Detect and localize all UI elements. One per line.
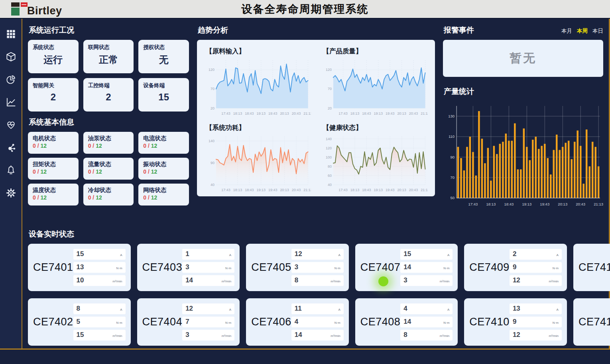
status-card-label: 系统状态 <box>33 44 74 51</box>
status-card[interactable]: 联网状态正常 <box>83 40 134 73</box>
info-card[interactable]: 电流状态0 / 12 <box>138 132 189 154</box>
status-card[interactable]: 系统状态运行 <box>28 40 79 73</box>
metric-row: 8A <box>73 303 126 314</box>
metric-row: 8m³/min <box>291 275 344 286</box>
info-card[interactable]: 流量状态0 / 12 <box>83 158 134 180</box>
alarm-tab-本月[interactable]: 本月 <box>561 27 572 35</box>
status-card-label: 设备终端 <box>143 82 184 89</box>
metric-row: 15A <box>400 249 453 260</box>
svg-text:20:13: 20:13 <box>558 202 567 206</box>
content-area: 系统运行工况 系统状态运行联网状态正常授权状态无智能网关2工控终端2设备终端15… <box>22 19 610 348</box>
info-card-label: 振动状态 <box>143 160 184 168</box>
metric-unit: A <box>338 308 340 311</box>
cube-icon[interactable] <box>5 51 16 62</box>
alarm-title: 报警事件 <box>444 25 474 35</box>
status-card-value: 无 <box>143 53 184 66</box>
devices-title: 设备实时状态 <box>29 229 603 239</box>
device-card-CE7402[interactable]: CE74028A5N·m15m³/min <box>28 298 131 346</box>
info-card[interactable]: 电机状态0 / 12 <box>28 132 79 154</box>
info-card[interactable]: 扭矩状态0 / 12 <box>28 158 79 180</box>
svg-text:17:43: 17:43 <box>338 112 347 115</box>
svg-text:20:43: 20:43 <box>409 188 417 192</box>
metric-row: 4N·m <box>291 317 344 327</box>
metric-unit: m³/min <box>331 334 340 338</box>
device-card-CE7405[interactable]: CE740512A3N·m8m³/min <box>246 244 349 291</box>
metric-value: 4 <box>403 305 407 313</box>
metric-value: 3 <box>185 263 189 271</box>
metric-unit: N·m <box>116 321 122 325</box>
device-card-CE7410[interactable]: CE741013A9N·m12m³/min <box>464 298 567 346</box>
metric-row: 5N·m <box>73 317 126 327</box>
device-card-CE7401[interactable]: CE740115A13N·m10m³/min <box>28 244 131 291</box>
metric-value: 8 <box>295 276 298 284</box>
info-card[interactable]: 温度状态0 / 12 <box>28 184 79 205</box>
metric-unit: m³/min <box>222 280 231 283</box>
device-card-CE7407[interactable]: CE740715A14N·m3m³/min <box>355 244 458 291</box>
status-card[interactable]: 设备终端15 <box>138 78 189 112</box>
svg-text:140: 140 <box>325 137 331 141</box>
alarm-tab-本周[interactable]: 本周 <box>577 27 588 35</box>
device-name: CE7410 <box>469 316 510 328</box>
metric-unit: N·m <box>116 266 122 270</box>
status-card[interactable]: 工控终端2 <box>83 78 134 112</box>
health-pulse-icon[interactable] <box>5 119 16 130</box>
metric-value: 5 <box>77 318 80 326</box>
svg-text:21:13: 21:13 <box>303 112 311 115</box>
device-card-CE7412[interactable]: CE74126A15N·m10m³/min <box>573 298 610 346</box>
device-card-CE7408[interactable]: CE74084A14N·m8m³/min <box>355 298 458 346</box>
device-card-CE7403[interactable]: CE74031A3N·m14m³/min <box>137 244 240 291</box>
info-current-count: 0 <box>143 143 146 149</box>
svg-text:18:13: 18:13 <box>233 188 242 192</box>
svg-text:17:43: 17:43 <box>221 188 230 192</box>
info-separator: / <box>36 143 41 149</box>
bell-icon[interactable] <box>5 164 16 176</box>
info-card[interactable]: 油泵状态0 / 12 <box>83 132 134 154</box>
svg-text:18:43: 18:43 <box>245 112 254 115</box>
device-card-CE7411[interactable]: CE741110A15N·m11m³/min <box>573 244 610 291</box>
trend-panel: 【原料输入】207012017:4318:1318:4319:1319:4320… <box>197 40 435 196</box>
info-card[interactable]: 网络状态0 / 12 <box>138 184 189 205</box>
metric-row: 14N·m <box>400 317 453 327</box>
apps-grid-icon[interactable] <box>5 28 16 39</box>
device-metric-rows: 13A9N·m12m³/min <box>510 303 562 341</box>
metric-row: 3N·m <box>291 262 344 273</box>
pie-chart-icon[interactable] <box>5 74 16 85</box>
status-card[interactable]: 智能网关2 <box>28 78 79 112</box>
device-card-CE7406[interactable]: CE740611A4N·m14m³/min <box>246 298 349 346</box>
svg-text:20:43: 20:43 <box>409 112 417 115</box>
svg-text:80: 80 <box>327 164 331 168</box>
metric-row: 11A <box>291 303 344 314</box>
alarm-tab-本日[interactable]: 本日 <box>592 27 603 35</box>
page-title: 设备全寿命周期管理系统 <box>0 2 610 16</box>
logo-green-block <box>11 8 20 16</box>
metric-unit: N·m <box>553 266 559 270</box>
metric-value: 15 <box>77 331 84 339</box>
info-card[interactable]: 冷却状态0 / 12 <box>83 184 134 205</box>
metric-unit: N·m <box>553 321 559 325</box>
device-metric-rows: 15A14N·m3m³/min <box>400 249 453 286</box>
status-card[interactable]: 授权状态无 <box>138 40 189 73</box>
trend-chart-svg-power: 409014017:4318:1318:4319:1319:4320:1320:… <box>204 133 311 194</box>
info-card-label: 冷却状态 <box>88 186 129 194</box>
device-card-CE7409[interactable]: CE74092A9N·m12m³/min <box>464 244 567 291</box>
metric-value: 12 <box>513 276 520 284</box>
svg-text:20:43: 20:43 <box>576 202 585 206</box>
svg-text:130: 130 <box>448 114 455 118</box>
info-card-label: 温度状态 <box>33 186 74 194</box>
svg-text:21:13: 21:13 <box>594 202 603 206</box>
metric-row: 14m³/min <box>291 330 344 341</box>
gear-icon[interactable] <box>5 187 16 198</box>
devices-section: 设备实时状态 CE740115A13N·m10m³/minCE74031A3N·… <box>28 223 603 346</box>
metric-unit: A <box>557 308 559 311</box>
brand-name: Birtley <box>27 6 62 16</box>
metric-value: 15 <box>403 250 411 258</box>
alarm-production-column: 报警事件 本月本周本日 暂无 产量统计 50709011013017:4318:… <box>443 20 603 223</box>
alarm-empty-text: 暂无 <box>510 50 537 67</box>
metric-row: 7N·m <box>182 317 234 327</box>
metric-unit: m³/min <box>331 280 340 283</box>
molecule-icon[interactable] <box>5 142 16 153</box>
device-card-CE7404[interactable]: CE740412A7N·m3m³/min <box>137 298 240 346</box>
production-bar-chart: 50709011013017:4318:1318:4319:1319:4320:… <box>443 101 603 208</box>
line-chart-icon[interactable] <box>5 96 16 108</box>
info-card[interactable]: 振动状态0 / 12 <box>138 158 189 180</box>
